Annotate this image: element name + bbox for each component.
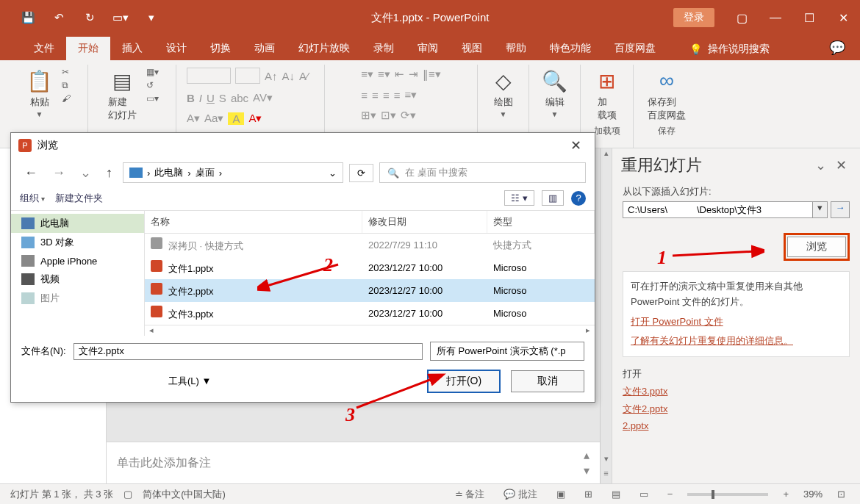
start-from-beginning-icon[interactable]: ▭▾ (107, 4, 134, 31)
comments-icon[interactable]: 💬 (814, 35, 860, 60)
address-bar[interactable]: › 此电脑 › 桌面 › ⌄ (123, 162, 343, 183)
browse-button[interactable]: 浏览 (787, 237, 846, 257)
forward-icon[interactable]: → (48, 164, 70, 182)
new-folder-button[interactable]: 新建文件夹 (55, 192, 103, 205)
ribbon-display-icon[interactable]: ▢ (725, 1, 759, 34)
redo-icon[interactable]: ↻ (76, 4, 103, 31)
qat-more-icon[interactable]: ▾ (138, 4, 165, 31)
tab-file[interactable]: 文件 (22, 37, 66, 60)
filename-input[interactable] (74, 343, 423, 360)
cancel-button[interactable]: 取消 (511, 370, 584, 392)
crumb-pc[interactable]: 此电脑 (154, 166, 183, 179)
learn-more-link[interactable]: 了解有关幻灯片重复使用的详细信息。 (631, 334, 842, 349)
section-icon[interactable]: ▭▾ (144, 93, 161, 104)
tab-insert[interactable]: 插入 (110, 37, 154, 60)
editing-button[interactable]: 🔍 编辑 ▼ (537, 66, 572, 120)
format-painter-icon[interactable]: 🖌 (60, 93, 73, 104)
recent-item[interactable]: 2.pptx (623, 420, 850, 431)
chevron-down-icon[interactable]: ⌄ (810, 157, 831, 173)
preview-pane-button[interactable]: ▥ (542, 190, 564, 206)
layout-icon[interactable]: ▦▾ (144, 66, 161, 78)
col-type[interactable]: 类型 (487, 211, 595, 233)
fit-window-icon[interactable]: ⊡ (833, 489, 850, 500)
zoom-level[interactable]: 39% (803, 489, 823, 500)
folder-tree[interactable]: 此电脑 3D 对象 Apple iPhone 视频 图片 (11, 211, 145, 336)
cut-icon[interactable]: ✂ (60, 66, 73, 78)
tab-animation[interactable]: 动画 (243, 37, 287, 60)
col-name[interactable]: 名称 (145, 211, 362, 233)
tab-baidudisk[interactable]: 百度网盘 (603, 37, 667, 60)
tree-3d[interactable]: 3D 对象 (40, 236, 74, 249)
help-icon[interactable]: ? (571, 191, 586, 206)
list-item[interactable]: 文件1.pptx 2023/12/27 10:00 Microso (145, 256, 595, 279)
tree-pic[interactable]: 图片 (40, 292, 60, 305)
tab-help[interactable]: 帮助 (494, 37, 538, 60)
source-path-input[interactable] (623, 201, 813, 218)
zoom-slider[interactable] (687, 493, 768, 496)
statusbar: 幻灯片 第 1 张， 共 3 张 ▢ 简体中文(中国大陆) ≐ 备注 💬 批注 … (0, 483, 860, 504)
list-item[interactable]: 深拷贝 · 快捷方式 2022/7/29 11:10 快捷方式 (145, 234, 595, 256)
open-button[interactable]: 打开(O) (427, 370, 501, 393)
close-pane-icon[interactable]: ✕ (831, 157, 851, 173)
tab-special[interactable]: 特色功能 (538, 37, 603, 60)
normal-view-icon[interactable]: ▣ (552, 489, 570, 500)
tree-video[interactable]: 视频 (40, 273, 60, 286)
maximize-icon[interactable]: ☐ (792, 1, 826, 34)
search-box[interactable]: 🔍 在 桌面 中搜索 (379, 162, 586, 183)
drawing-button[interactable]: ◇ 绘图 ▼ (490, 66, 517, 120)
tab-transition[interactable]: 切换 (198, 37, 243, 60)
tab-home[interactable]: 开始 (66, 37, 110, 60)
up-icon[interactable]: ↑ (101, 164, 117, 182)
list-item-selected[interactable]: 文件2.pptx 2023/12/27 10:00 Microso (145, 279, 595, 302)
tab-record[interactable]: 录制 (362, 37, 406, 60)
sorter-view-icon[interactable]: ⊞ (580, 489, 597, 500)
filename-label: 文件名(N): (21, 345, 66, 358)
tab-design[interactable]: 设计 (154, 37, 198, 60)
slideshow-view-icon[interactable]: ▭ (635, 489, 653, 500)
tree-iphone[interactable]: Apple iPhone (40, 256, 97, 267)
zoom-in-icon[interactable]: + (778, 489, 793, 500)
dialog-close-icon[interactable]: ✕ (565, 137, 587, 154)
crumb-desktop[interactable]: 桌面 (196, 166, 215, 179)
recent-item[interactable]: 文件3.pptx (623, 385, 850, 398)
tell-me[interactable]: 💡 操作说明搜索 (682, 38, 777, 60)
open-pptx-link[interactable]: 打开 PowerPoint 文件 (631, 314, 842, 330)
notes-toggle[interactable]: ≐ 备注 (451, 488, 490, 501)
go-button[interactable]: → (831, 201, 850, 218)
spellcheck-icon[interactable]: ▢ (123, 489, 132, 500)
horizontal-scrollbar[interactable]: ◂▸ (145, 325, 595, 336)
language[interactable]: 简体中文(中国大陆) (143, 488, 226, 501)
reset-icon[interactable]: ↺ (144, 79, 161, 91)
refresh-icon[interactable]: ⟳ (349, 164, 373, 182)
zoom-out-icon[interactable]: − (663, 489, 678, 500)
recent-locations-icon[interactable]: ⌄ (76, 163, 96, 182)
save-icon[interactable]: 💾 (15, 4, 41, 31)
tree-thispc[interactable]: 此电脑 (40, 217, 69, 230)
back-icon[interactable]: ← (20, 164, 42, 182)
reading-view-icon[interactable]: ▤ (607, 489, 625, 500)
organize-menu[interactable]: 组织 (20, 192, 45, 205)
new-slide-button[interactable]: ▤ 新建 幻灯片 (104, 66, 141, 123)
copy-icon[interactable]: ⧉ (60, 79, 73, 91)
view-mode-button[interactable]: ☷ ▾ (504, 190, 534, 206)
comments-toggle[interactable]: 💬 批注 (499, 488, 542, 501)
list-item[interactable]: 文件3.pptx 2023/12/27 10:00 Microso (145, 302, 595, 325)
vertical-scrollbar[interactable]: ▴▾≡ (600, 148, 612, 483)
login-button[interactable]: 登录 (673, 8, 714, 27)
paste-button[interactable]: 📋 粘贴 ▼ (22, 66, 57, 120)
minimize-icon[interactable]: — (759, 1, 792, 34)
tab-view[interactable]: 视图 (450, 37, 494, 60)
save-baidu-button[interactable]: ∞ 保存到 百度网盘 (643, 66, 690, 123)
addins-button[interactable]: ⊞ 加 载项 (593, 66, 621, 123)
col-date[interactable]: 修改日期 (362, 211, 487, 233)
tools-menu[interactable]: 工具(L) ▼ (168, 375, 211, 388)
notes-pane[interactable]: 单击此处添加备注 ▴▾ (107, 442, 600, 483)
filetype-filter[interactable]: 所有 PowerPoint 演示文稿 (*.p (430, 342, 584, 361)
close-icon[interactable]: ✕ (826, 1, 860, 34)
tab-slideshow[interactable]: 幻灯片放映 (287, 37, 362, 60)
tab-review[interactable]: 审阅 (406, 37, 450, 60)
path-dropdown[interactable]: ▾ (813, 201, 828, 218)
file-list[interactable]: 名称 修改日期 类型 深拷贝 · 快捷方式 2022/7/29 11:10 快捷… (145, 211, 595, 336)
undo-icon[interactable]: ↶ (46, 4, 72, 31)
recent-item[interactable]: 文件2.pptx (623, 403, 850, 416)
